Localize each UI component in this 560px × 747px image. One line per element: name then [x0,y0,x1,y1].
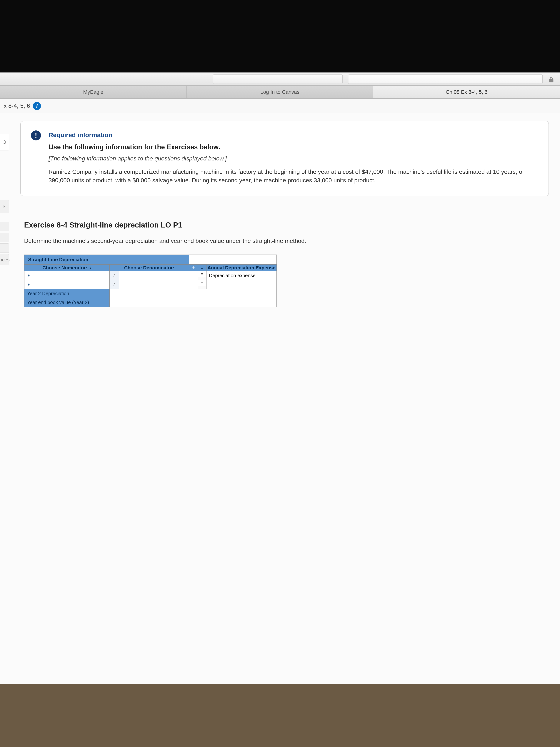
exercise-section: Exercise 8-4 Straight-line depreciation … [24,221,545,307]
row-year-end-bv: Year end book value (Year 2) [24,298,109,307]
side-tab[interactable] [0,222,9,231]
slash-cell: / [110,280,119,289]
header-equals: = [197,264,206,271]
result-dep-expense: Depreciation expense [207,271,277,280]
spacer [189,280,197,289]
tab-ch08[interactable]: Ch 08 Ex 8-4, 5, 6 [373,85,560,98]
info-icon[interactable]: i [33,102,41,110]
header-numerator: Choose Numerator: / [24,264,109,271]
browser-url-bar [0,73,560,85]
exercise-instruction: Determine the machine's second-year depr… [24,237,545,244]
required-info-italic: [The following information applies to th… [49,155,537,162]
required-info-card: ! Required information Use the following… [20,121,549,196]
header-annual-dep: Annual Depreciation Expense [206,264,277,271]
device-bezel-top [0,0,560,72]
tab-canvas-login[interactable]: Log In to Canvas [187,85,373,98]
lock-icon [548,76,555,83]
denominator-cell-1: / [109,271,189,280]
plus-icon[interactable]: + [189,264,197,271]
table-tab[interactable]: Straight-Line Depreciation [24,255,189,264]
denominator-cell-2: / [109,280,189,289]
spacer [189,271,197,280]
page-content: 3 k nces ! Required information Use the … [0,113,560,684]
numerator-input-1[interactable] [24,271,109,280]
required-info-body: Ramirez Company installs a computerized … [49,168,537,185]
depreciation-table: Straight-Line Depreciation Choose Numera… [24,255,277,307]
side-tab-k[interactable]: k [0,200,9,213]
browser-tabs: MyEagle Log In to Canvas Ch 08 Ex 8-4, 5… [0,85,560,99]
page-heading: x 8-4, 5, 6 [4,102,30,109]
slash-cell: / [110,271,119,280]
header-denominator: Choose Denominator: [109,264,189,271]
side-tab[interactable] [0,233,9,242]
tab-myeagle[interactable]: MyEagle [0,85,187,98]
url-segment-active[interactable] [348,75,542,84]
year-end-bv-value[interactable] [109,298,189,307]
left-nav-stubs: 3 k nces [0,134,9,267]
side-tab-nces[interactable]: nces [0,254,9,265]
side-tab[interactable] [0,243,9,253]
alert-icon: ! [31,130,41,140]
equals-cell: = [198,280,206,286]
row-year2-dep: Year 2 Depreciation [24,289,109,298]
exercise-title: Exercise 8-4 Straight-line depreciation … [24,221,545,229]
page-heading-bar: x 8-4, 5, 6 i [0,99,560,113]
url-segment[interactable] [213,75,343,84]
result-input-2[interactable] [206,280,277,289]
dropdown-icon [28,283,30,286]
required-info-bold: Use the following information for the Ex… [49,143,537,151]
year2-dep-value[interactable] [109,289,189,298]
required-info-heading: Required information [49,131,537,138]
denominator-input-1[interactable] [119,271,189,280]
numerator-input-2[interactable] [24,280,109,289]
screen: MyEagle Log In to Canvas Ch 08 Ex 8-4, 5… [0,72,560,684]
question-number-tab[interactable]: 3 [0,134,9,150]
denominator-input-2[interactable] [119,280,189,289]
dropdown-icon [28,274,30,277]
equals-cell: = [198,271,206,277]
table-tab-label: Straight-Line Depreciation [24,255,92,264]
